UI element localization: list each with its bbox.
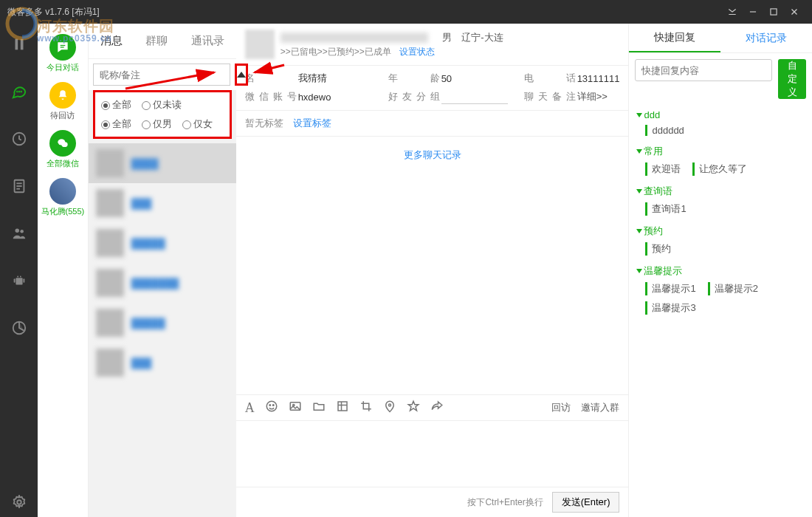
revisit-link[interactable]: 回访 [551,401,571,414]
filter-female[interactable]: 仅女 [182,117,213,131]
remark-label: 聊天备注 [524,90,576,103]
filter-dropdown-button[interactable] [235,64,248,86]
crop-icon[interactable] [359,400,373,416]
minimize-icon[interactable] [743,1,763,22]
customize-button[interactable]: 自定义 [778,59,806,99]
reply-item[interactable]: 温馨提示3 [645,301,695,315]
tel-label: 电 话 [524,72,576,85]
svg-point-28 [269,405,271,406]
list-item[interactable]: █████ [89,303,236,343]
pending-visit-button[interactable]: 待回访 [49,82,76,121]
nav-android-icon[interactable] [4,266,34,295]
reply-item[interactable]: dddddd [645,125,684,136]
detail-link[interactable]: 详细>> [577,90,620,103]
nav-doc-icon[interactable] [4,171,34,201]
account-name: 马化腾(555) [41,206,85,217]
age-label: 年 龄 [388,72,440,85]
search-input[interactable] [93,64,230,86]
tab-contacts[interactable]: 通讯录 [191,34,224,48]
svg-rect-4 [15,39,18,50]
quick-reply-search[interactable] [635,59,772,81]
list-item[interactable]: █████ [89,223,236,263]
nav-users-icon[interactable] [4,219,34,248]
close-icon[interactable] [784,1,805,22]
reply-group-header[interactable]: 查询语 [636,183,805,199]
svg-rect-19 [13,278,15,283]
chat-messages-area [236,174,629,394]
share-icon[interactable] [430,400,444,416]
filter-all-read[interactable]: 全部 [101,98,131,112]
set-status-link[interactable]: 设置状态 [399,46,435,58]
tab-groupchat[interactable]: 群聊 [145,34,168,48]
list-item[interactable]: ███ [89,343,236,383]
chat-panel: 男 辽宁-大连 >>已留电>>已预约>>已成单 设置状态 名我猜猜 年 龄50 … [236,24,630,517]
titlebar: 微客多多 v1.7.6 [布冯1] [0,0,812,24]
send-button[interactable]: 发送(Enter) [552,492,620,513]
contact-avatar[interactable] [245,30,275,59]
age-value: 50 [441,73,523,84]
nav-settings-icon[interactable] [4,487,34,517]
reply-item[interactable]: 温馨提示1 [645,282,695,295]
account-avatar[interactable]: 马化腾(555) [41,178,85,217]
bell-icon [49,82,76,109]
list-item[interactable]: ████ [89,143,236,183]
svg-point-15 [20,230,24,233]
today-chat-button[interactable]: 今日对话 [47,34,79,73]
emoji-icon[interactable] [265,400,278,416]
menu-icon[interactable] [722,1,743,22]
filter-male[interactable]: 仅男 [142,117,172,131]
list-item[interactable]: ███████ [89,263,236,303]
group-select[interactable] [441,89,508,104]
svg-point-7 [18,92,19,92]
svg-point-6 [16,92,17,92]
nav-pause-icon[interactable] [4,30,34,59]
svg-point-35 [388,404,390,406]
invite-group-link[interactable]: 邀请入群 [581,401,619,414]
tab-messages[interactable]: 消息 [100,34,123,48]
avatar [49,178,76,205]
tab-quick-reply[interactable]: 快捷回复 [629,24,720,52]
chevron-down-icon [636,269,642,273]
filter-all-gender[interactable]: 全部 [101,117,131,131]
reply-item[interactable]: 让您久等了 [692,162,747,176]
chevron-down-icon [636,113,642,117]
svg-rect-32 [338,402,347,411]
tab-chat-log[interactable]: 对话记录 [720,24,812,52]
list-item[interactable]: ███ [89,183,236,223]
all-wechat-button[interactable]: 全部微信 [47,130,79,169]
image-icon[interactable] [289,400,302,416]
svg-point-27 [266,401,277,411]
wechat-icon [49,130,76,157]
reply-group-header[interactable]: 常用 [636,143,805,160]
screenshot-icon[interactable] [336,400,349,416]
reply-group-header[interactable]: 温馨提示 [636,263,805,279]
reply-group: 温馨提示温馨提示1温馨提示2温馨提示3 [636,263,805,318]
more-chat-log-link[interactable]: 更多聊天记录 [236,137,629,174]
message-textarea[interactable] [236,420,629,487]
nav-clock-icon[interactable] [4,124,34,154]
reply-group-header[interactable]: 预约 [636,223,805,239]
filter-unread[interactable]: 仅未读 [142,98,182,112]
reply-item[interactable]: 温馨提示2 [708,282,758,295]
nav-chat-icon[interactable] [4,77,34,106]
reply-item[interactable]: 查询语1 [645,202,686,216]
reply-item[interactable]: 欢迎语 [645,162,681,176]
font-icon[interactable]: A [245,400,255,416]
reply-group-header[interactable]: ddd [636,108,805,122]
chevron-down-icon [636,229,642,233]
location-icon[interactable] [383,400,396,416]
account-column: 今日对话 待回访 全部微信 马化腾(555) [38,24,88,517]
chevron-down-icon [636,149,642,154]
star-icon[interactable] [407,400,420,416]
filter-panel: 全部 仅未读 全部 仅男 仅女 [93,90,232,139]
status-chain: >>已留电>>已预约>>已成单 [281,46,391,58]
reply-item[interactable]: 预约 [645,242,671,256]
set-tag-link[interactable]: 设置标签 [293,117,331,129]
chat-bubble-icon [49,34,76,61]
maximize-icon[interactable] [763,1,784,22]
svg-point-18 [20,276,21,278]
folder-icon[interactable] [312,400,326,416]
name-value: 我猜猜 [298,72,387,85]
name-label: 名 [245,72,297,85]
nav-piechart-icon[interactable] [4,313,34,343]
